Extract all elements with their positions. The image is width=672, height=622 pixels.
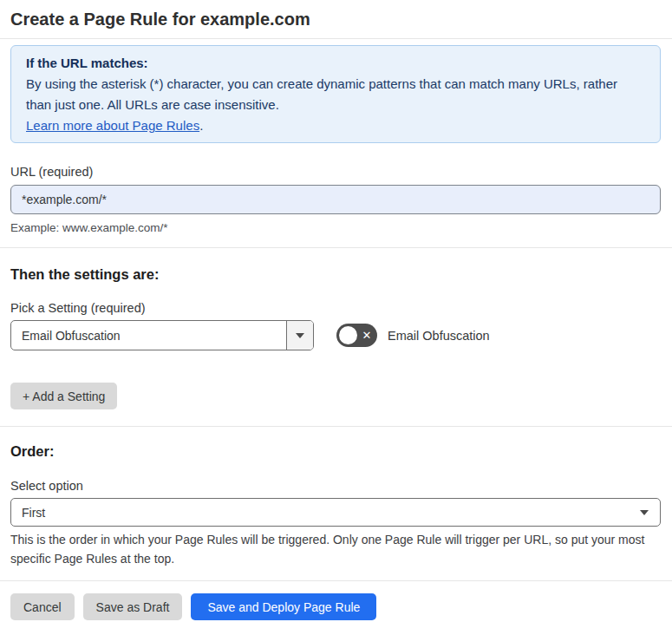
url-match-info-box: If the URL matches: By using the asteris… bbox=[10, 45, 661, 143]
url-label: URL (required) bbox=[10, 165, 661, 180]
order-helper-text: This is the order in which your Page Rul… bbox=[10, 531, 661, 568]
setting-controls-row: Email Obfuscation ✕ Email Obfuscation bbox=[10, 320, 661, 350]
info-box-link-line: Learn more about Page Rules. bbox=[26, 115, 645, 136]
learn-more-link[interactable]: Learn more about Page Rules bbox=[26, 118, 199, 133]
settings-section-heading: Then the settings are: bbox=[10, 265, 661, 283]
select-option-label: Select option bbox=[10, 479, 661, 494]
order-select[interactable]: First bbox=[10, 498, 661, 527]
add-setting-button[interactable]: + Add a Setting bbox=[10, 383, 117, 409]
toggle-knob bbox=[339, 326, 357, 344]
setting-select[interactable]: Email Obfuscation bbox=[10, 320, 314, 350]
divider bbox=[0, 38, 672, 39]
chevron-down-icon[interactable] bbox=[286, 321, 313, 350]
info-box-body: By using the asterisk (*) character, you… bbox=[26, 74, 645, 115]
save-and-deploy-button[interactable]: Save and Deploy Page Rule bbox=[191, 593, 376, 620]
x-icon: ✕ bbox=[356, 324, 377, 347]
pick-setting-label: Pick a Setting (required) bbox=[10, 301, 661, 316]
link-suffix: . bbox=[199, 118, 203, 133]
url-input[interactable] bbox=[10, 185, 661, 214]
email-obfuscation-toggle[interactable]: ✕ bbox=[336, 324, 377, 347]
page-rule-form: Create a Page Rule for example.com If th… bbox=[0, 0, 672, 622]
info-box-heading: If the URL matches: bbox=[26, 53, 645, 74]
chevron-down-icon bbox=[629, 499, 660, 526]
divider bbox=[0, 426, 672, 427]
email-obfuscation-toggle-group: ✕ Email Obfuscation bbox=[336, 324, 490, 347]
order-select-value: First bbox=[11, 499, 629, 526]
toggle-label: Email Obfuscation bbox=[388, 329, 490, 343]
setting-select-value: Email Obfuscation bbox=[11, 321, 286, 350]
order-section-heading: Order: bbox=[10, 442, 661, 460]
divider bbox=[0, 247, 672, 248]
page-title: Create a Page Rule for example.com bbox=[10, 0, 661, 29]
save-as-draft-button[interactable]: Save as Draft bbox=[83, 593, 183, 620]
url-example-helper: Example: www.example.com/* bbox=[10, 220, 661, 235]
cancel-button[interactable]: Cancel bbox=[10, 593, 75, 620]
footer-buttons: Cancel Save as Draft Save and Deploy Pag… bbox=[10, 593, 661, 620]
divider bbox=[0, 580, 672, 581]
